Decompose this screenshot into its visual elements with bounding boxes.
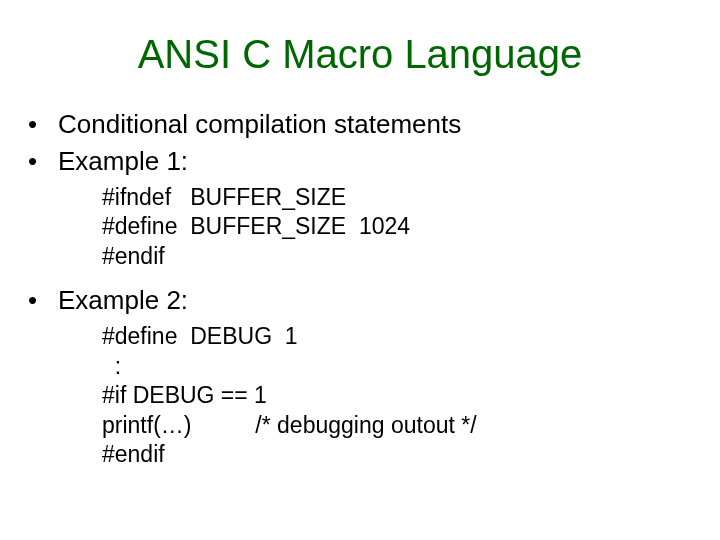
page-title: ANSI C Macro Language (20, 32, 700, 77)
bullet-icon: • (28, 109, 58, 140)
bullet-item: • Conditional compilation statements (28, 109, 700, 140)
bullet-text: Example 2: (58, 285, 188, 316)
bullet-text: Conditional compilation statements (58, 109, 461, 140)
slide: ANSI C Macro Language • Conditional comp… (0, 0, 720, 470)
bullet-icon: • (28, 146, 58, 177)
bullet-item: • Example 2: (28, 285, 700, 316)
code-block-2: #define DEBUG 1 : #if DEBUG == 1 printf(… (102, 322, 700, 469)
bullet-icon: • (28, 285, 58, 316)
code-block-1: #ifndef BUFFER_SIZE #define BUFFER_SIZE … (102, 183, 700, 271)
bullet-text: Example 1: (58, 146, 188, 177)
bullet-item: • Example 1: (28, 146, 700, 177)
